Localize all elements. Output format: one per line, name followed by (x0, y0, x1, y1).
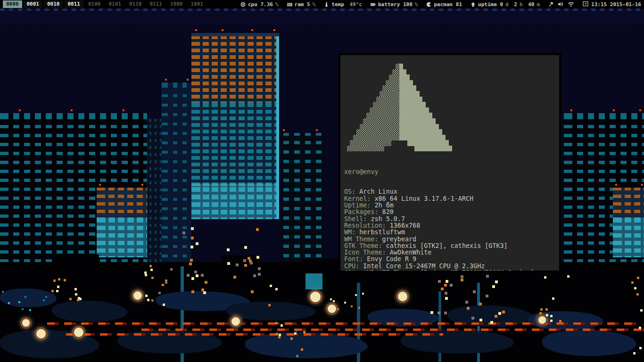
status-text: cpu 7.36 (248, 1, 273, 8)
fetch-value: Intel Core i5-2467M CPU @ 2.3GHz (359, 263, 485, 270)
workspace-tags: 0000000100100011010001010110011110001001 (3, 0, 206, 8)
fetch-line: Kernel: x86_64 Linux 3.17.6-1-ARCH (344, 196, 559, 202)
workspace-tag-0010[interactable]: 0010 (44, 0, 63, 8)
clock-text: 13:15 2015-01-16 (591, 1, 641, 8)
ram-icon (287, 2, 292, 7)
clock-icon-slot (583, 1, 588, 8)
workspace-tag-0000[interactable]: 0000 (3, 0, 22, 8)
pacman-icon (426, 2, 431, 7)
fetch-value: Envy Code R 9 (363, 255, 416, 263)
logo-row (345, 107, 454, 113)
fetch-line: Uptime: 2h 6m (344, 202, 559, 209)
status-text: battery 100 (378, 1, 413, 8)
cpu-icon (240, 2, 246, 7)
fetch-value: herbstluftwm (355, 229, 405, 236)
battery-icon (371, 2, 376, 7)
fetch-label: WM Theme: (344, 236, 379, 243)
fetch-label: Packages: (344, 208, 379, 215)
fetch-line: Font: Envy Code R 9 (344, 256, 559, 263)
fetch-value: greybeard (379, 236, 417, 243)
fetch-line: WM Theme: greybeard (344, 236, 559, 243)
fetch-line: OS: Arch Linux (344, 189, 559, 195)
fetch-line: Resolution: 644x362 (344, 222, 559, 229)
user-host: xero@envy (344, 169, 559, 175)
fetch-value: 644x362 (386, 222, 421, 229)
fetch-line: GPU: AMD/ATI Thames [Radeon HD 7500M/760… (344, 270, 559, 271)
fetch-value: AwOkenWhite (386, 249, 432, 256)
workspace-tag-0101[interactable]: 0101 (106, 0, 125, 8)
status-text: 49°c (349, 1, 362, 8)
workspace-tag-0001[interactable]: 0001 (24, 0, 43, 8)
status-segments: cpu 7.36%ram 5%temp 49°cbattery 100%pacm… (240, 1, 540, 8)
logo-row (345, 80, 454, 86)
fetch-line: Icon Theme: AwOkenWhite (344, 249, 559, 256)
logo-row (345, 140, 454, 146)
status-text: % (275, 1, 279, 8)
workspace-tag-0011[interactable]: 0011 (65, 0, 84, 8)
fetch-label: WM: (344, 229, 355, 236)
status-text: pacman 81 (434, 1, 462, 8)
logo-row (345, 118, 454, 124)
fetch-info: xero@envy OS: Arch LinuxKernel: x86_64 L… (344, 155, 559, 271)
fetch-value: cathexis [GTK2], cathexis [GTK3] (382, 242, 508, 249)
battery-status: battery 100% (371, 1, 418, 8)
status-text: % (313, 1, 316, 8)
logo-row (345, 74, 454, 80)
status-text: h (520, 1, 523, 8)
fetch-label: Resolution: (344, 222, 386, 229)
fetch-label: Shell: (344, 215, 367, 222)
arch-linux-logo (345, 64, 454, 152)
fetch-label: Icon Theme: (344, 249, 386, 256)
fetch-value: Arch Linux (355, 188, 397, 195)
pacman-status: pacman 81 (426, 1, 462, 8)
logo-row (345, 129, 454, 135)
clock-icon (583, 1, 588, 7)
workspace-tag-0110[interactable]: 0110 (126, 0, 145, 8)
fetch-label: CPU: (344, 263, 359, 270)
terminal-content: xero@envy OS: Arch LinuxKernel: x86_64 L… (340, 55, 559, 271)
logo-row (345, 146, 454, 151)
fetch-label: GPU: (344, 269, 359, 271)
status-text: uptime 0 (478, 1, 503, 8)
status-text: m (537, 1, 540, 8)
logo-row (345, 124, 454, 130)
workspace-tag-1001[interactable]: 1001 (188, 0, 207, 8)
tray-icons (548, 1, 574, 7)
workspace-tag-0100[interactable]: 0100 (85, 0, 104, 8)
logo-row (345, 64, 454, 69)
status-text: 40 (525, 1, 535, 8)
fetch-label: Uptime: (344, 202, 371, 209)
volume-icon[interactable] (558, 1, 564, 7)
status-area: cpu 7.36%ram 5%temp 49°cbattery 100%pacm… (240, 1, 641, 8)
workspace-tag-0111[interactable]: 0111 (147, 0, 166, 8)
fetch-line: GTK Theme: cathexis [GTK2], cathexis [GT… (344, 243, 559, 249)
uptime-status: uptime 0d 2h 40m (471, 1, 540, 8)
fetch-line: Shell: zsh 5.0.7 (344, 216, 559, 222)
logo-row (345, 135, 454, 140)
status-text: 2 (511, 1, 517, 8)
fetch-line: Packages: 820 (344, 209, 559, 215)
status-text: d (505, 1, 509, 8)
pin-icon[interactable] (548, 1, 554, 7)
status-text: % (415, 1, 418, 8)
ram-status: ram 5% (287, 1, 316, 8)
cpu-status: cpu 7.36% (240, 1, 279, 8)
logo-row (345, 102, 454, 107)
fetch-value: 2h 6m (371, 202, 393, 209)
status-text: ram 5 (295, 1, 310, 8)
wifi-icon[interactable] (568, 1, 574, 7)
terminal-window[interactable]: xero@envy OS: Arch LinuxKernel: x86_64 L… (339, 53, 561, 272)
fetch-label: Kernel: (344, 195, 371, 202)
logo-row (345, 85, 454, 91)
fetch-value: AMD/ATI Thames [Radeon HD 7500M/7600M Se… (359, 269, 534, 271)
status-text: temp (331, 1, 347, 8)
temp-icon (324, 2, 329, 7)
fetch-value: 820 (379, 208, 394, 215)
fetch-line: CPU: Intel Core i5-2467M CPU @ 2.3GHz (344, 263, 559, 270)
logo-row (345, 113, 454, 118)
workspace-tag-1000[interactable]: 1000 (167, 0, 186, 8)
desktop: 0000000100100011010001010110011110001001… (0, 0, 644, 362)
fetch-label: OS: (344, 188, 355, 195)
logo-row (345, 91, 454, 97)
logo-row (345, 69, 454, 75)
